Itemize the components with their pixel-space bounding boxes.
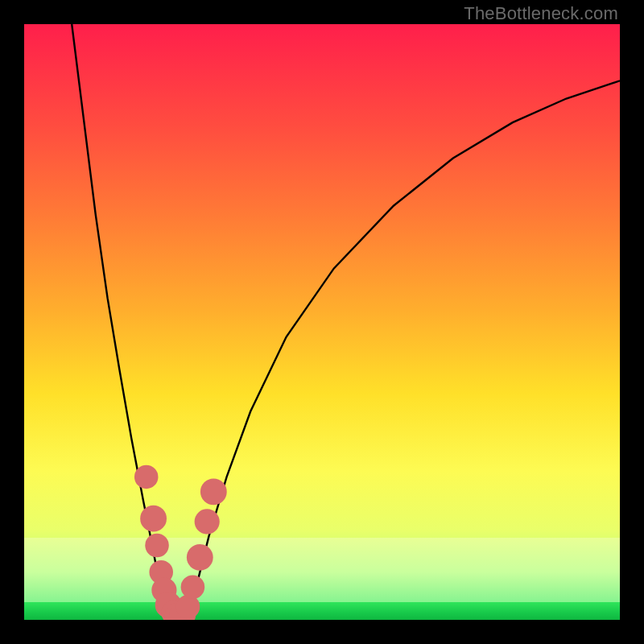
highlight-dot	[200, 479, 227, 506]
highlight-dot	[181, 576, 205, 600]
green-floor-band	[24, 602, 620, 620]
chart-frame: TheBottleneck.com	[0, 0, 644, 644]
pale-wash-band	[24, 538, 620, 602]
watermark-text: TheBottleneck.com	[464, 3, 618, 24]
highlight-dot	[145, 534, 169, 558]
highlight-dot	[151, 577, 176, 602]
highlight-dot	[187, 544, 213, 571]
highlight-dot	[140, 506, 167, 532]
chart-overlay	[24, 24, 620, 620]
highlight-markers	[134, 465, 227, 620]
curve-left-path	[72, 24, 167, 620]
highlight-dot	[134, 465, 159, 489]
highlight-dot	[149, 560, 173, 584]
highlight-dot	[195, 509, 220, 534]
plot-area	[24, 24, 620, 620]
curve-right-path	[188, 80, 621, 620]
